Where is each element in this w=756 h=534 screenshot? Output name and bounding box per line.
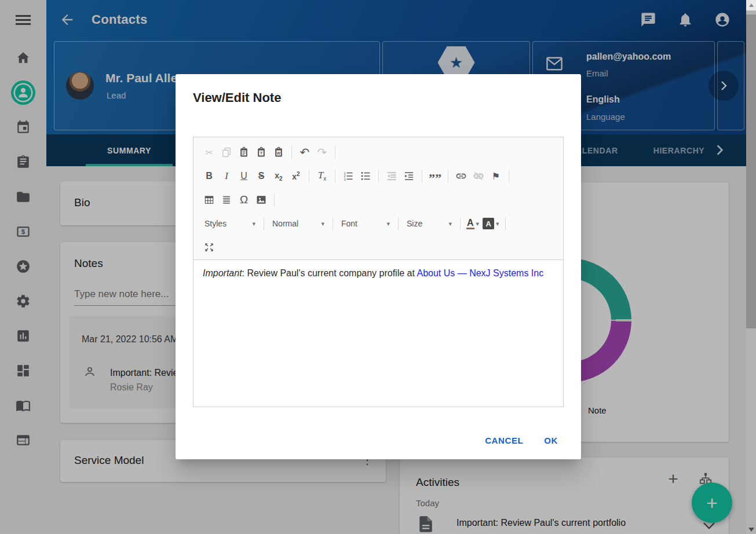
styles-dropdown[interactable]: Styles ▾ (200, 215, 260, 232)
paste-text-icon: T (255, 147, 267, 158)
format-dropdown-label: Normal (272, 219, 298, 228)
size-dropdown-label: Size (407, 219, 422, 228)
indent-icon (403, 170, 415, 182)
vertical-scrollbar[interactable] (746, 0, 756, 534)
increase-indent-button[interactable] (400, 167, 418, 185)
bold-button[interactable]: B (200, 167, 218, 185)
remove-format-button[interactable]: Tx (313, 167, 331, 185)
redo-icon: ↷ (317, 145, 327, 159)
chevron-down-icon: ▾ (448, 220, 452, 228)
remove-format-icon: Tx (318, 170, 326, 182)
numbered-list-icon: 123 (342, 170, 354, 182)
link-icon (455, 170, 467, 182)
note-body-italic: Important (203, 268, 242, 278)
horizontal-line-icon (221, 194, 232, 206)
view-edit-note-dialog: View/Edit Note ✂ T W (176, 74, 581, 459)
chevron-down-icon: ▾ (496, 220, 499, 228)
anchor-button[interactable]: ⚑ (487, 167, 505, 185)
text-color-icon: A (466, 218, 474, 229)
cut-button[interactable]: ✂ (200, 144, 218, 161)
triangle-up-icon (749, 3, 754, 7)
unlink-icon (473, 170, 484, 182)
editor-content-area[interactable]: Important: Review Paul's current company… (193, 260, 563, 407)
underline-button[interactable]: U (235, 167, 253, 185)
cancel-button[interactable]: CANCEL (474, 430, 534, 451)
paste-word-icon: W (273, 147, 284, 158)
chevron-down-icon: ▾ (252, 220, 255, 228)
cut-icon: ✂ (205, 147, 213, 158)
paste-icon (238, 147, 250, 158)
paragraph-format-dropdown[interactable]: Normal ▾ (268, 215, 328, 232)
background-color-button[interactable]: A ▾ (483, 218, 499, 229)
underline-icon: U (240, 171, 247, 181)
link-button[interactable] (452, 167, 470, 185)
triangle-down-icon (748, 528, 754, 532)
subscript-button[interactable]: x2 (270, 167, 287, 185)
omega-icon: Ω (240, 193, 248, 206)
quote-icon: ”” (429, 175, 441, 181)
strikethrough-icon: S (258, 171, 265, 181)
bulleted-list-icon (360, 170, 371, 182)
rich-text-editor: ✂ T W ↶ ↷ (193, 137, 564, 407)
copy-button[interactable] (218, 144, 235, 161)
size-dropdown[interactable]: Size ▾ (403, 215, 456, 232)
scrollbar-down-button[interactable] (746, 528, 756, 532)
styles-dropdown-label: Styles (204, 219, 227, 228)
maximize-button[interactable] (200, 239, 218, 256)
ok-button[interactable]: OK (534, 430, 568, 451)
chevron-down-icon: ▾ (321, 220, 324, 228)
decrease-indent-button[interactable] (383, 167, 400, 185)
image-icon (255, 194, 267, 206)
app-screen: $ Contacts (0, 0, 756, 534)
scrollbar-thumb[interactable] (746, 14, 756, 328)
text-color-button[interactable]: A ▾ (466, 218, 479, 229)
font-dropdown-label: Font (341, 219, 357, 228)
subscript-icon: x2 (275, 171, 282, 182)
bold-icon: B (206, 171, 213, 181)
dialog-actions: CANCEL OK (474, 430, 568, 451)
blockquote-button[interactable]: ”” (426, 167, 444, 185)
redo-button[interactable]: ↷ (313, 144, 331, 161)
note-body-text: : Review Paul's current company profile … (242, 268, 417, 278)
background-color-icon: A (483, 218, 494, 229)
numbered-list-button[interactable]: 123 (339, 167, 357, 185)
copy-icon (221, 147, 232, 158)
horizontal-line-button[interactable] (218, 191, 235, 209)
superscript-icon: x2 (292, 171, 300, 181)
font-dropdown[interactable]: Font ▾ (337, 215, 394, 232)
flag-icon: ⚑ (492, 171, 500, 182)
insert-image-button[interactable] (253, 191, 270, 209)
dialog-title: View/Edit Note (193, 90, 281, 105)
undo-icon: ↶ (300, 145, 310, 159)
unlink-button[interactable] (470, 167, 487, 185)
scrollbar-up-button[interactable] (746, 0, 756, 10)
insert-table-button[interactable] (200, 191, 218, 209)
undo-button[interactable]: ↶ (296, 144, 313, 161)
italic-button[interactable]: I (218, 167, 235, 185)
svg-text:W: W (277, 151, 281, 155)
outdent-icon (386, 170, 397, 182)
svg-text:3: 3 (344, 178, 346, 181)
paste-button[interactable] (235, 144, 253, 161)
chevron-down-icon: ▾ (476, 220, 480, 228)
superscript-button[interactable]: x2 (287, 167, 305, 185)
svg-text:T: T (260, 151, 263, 156)
note-body-link[interactable]: About Us — NexJ Systems Inc (417, 268, 543, 278)
editor-toolbar: ✂ T W ↶ ↷ (193, 137, 563, 260)
bulleted-list-button[interactable] (357, 167, 374, 185)
table-icon (203, 194, 215, 206)
strikethrough-button[interactable]: S (253, 167, 270, 185)
italic-icon: I (225, 170, 228, 182)
chevron-down-icon: ▾ (386, 220, 390, 228)
special-character-button[interactable]: Ω (235, 191, 253, 209)
paste-from-word-button[interactable]: W (270, 144, 287, 161)
paste-as-text-button[interactable]: T (253, 144, 270, 161)
maximize-icon (203, 242, 215, 253)
